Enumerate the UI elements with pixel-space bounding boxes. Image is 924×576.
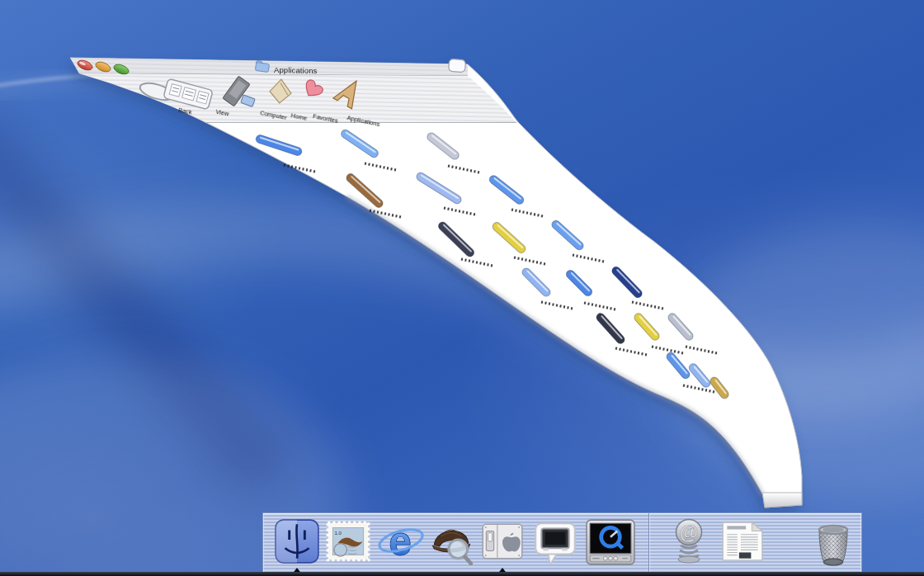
genie-app-icon-sheen — [672, 356, 687, 373]
wallpaper-swirls — [0, 0, 924, 576]
window-toolbar — [79, 73, 516, 122]
computer-icon[interactable] — [223, 76, 250, 106]
genie-icon-label-smudge — [573, 255, 604, 262]
genie-app-icon — [488, 174, 526, 206]
genie-app-icon-sheen — [422, 176, 458, 199]
genie-app-icon — [491, 221, 527, 255]
dock-item-mail[interactable]: 1.0 — [324, 517, 372, 565]
genie-app-icon — [436, 220, 475, 258]
genie-app-icon-sheen — [572, 273, 589, 290]
zoom-button[interactable] — [112, 63, 130, 76]
genie-app-icon-sheen — [351, 177, 380, 202]
window-bottom-cap — [762, 493, 802, 508]
genie-app-icon-sheen — [432, 135, 455, 153]
trash-icon — [808, 521, 859, 570]
toolbar-toggle-button[interactable] — [449, 59, 466, 72]
dock-item-trash[interactable] — [808, 521, 859, 570]
finder-icon — [273, 517, 321, 565]
toolbar-label-favorites: Favorites — [312, 112, 338, 125]
genie-app-icon — [415, 171, 463, 205]
genie-app-icon-sheen — [444, 225, 471, 252]
news-document-icon — [715, 517, 770, 565]
system-preferences-icon — [478, 517, 526, 565]
dock-item-web-link-at[interactable]: @ — [666, 517, 712, 565]
favorites-heart-icon[interactable] — [301, 78, 324, 101]
window-body — [70, 58, 802, 508]
display-balloon-icon — [531, 517, 579, 565]
genie-icon-label-smudge — [584, 303, 615, 309]
view-switcher-icon[interactable] — [163, 78, 213, 110]
applications-a-icon[interactable] — [333, 75, 365, 109]
dock-item-web-link-news[interactable] — [715, 517, 770, 565]
genie-app-icon — [345, 172, 384, 210]
genie-app-icon-sheen — [601, 316, 621, 338]
genie-icon-label-smudge — [365, 163, 396, 170]
dock-item-internet-explorer[interactable]: e — [376, 517, 424, 565]
genie-icon-label-smudge — [541, 302, 573, 309]
close-button[interactable] — [76, 59, 93, 72]
dock-item-sherlock[interactable] — [427, 517, 475, 565]
genie-app-icon — [687, 362, 712, 389]
genie-app-icon — [633, 312, 661, 342]
back-oval-icon[interactable] — [138, 80, 175, 104]
genie-app-icon-sheen — [494, 178, 521, 199]
genie-icon-label-smudge — [284, 165, 315, 172]
dock-divider — [648, 513, 649, 576]
folder-icon — [255, 60, 270, 72]
genie-icon-label-smudge — [615, 348, 647, 355]
dock-item-system-preferences[interactable] — [478, 517, 526, 565]
genie-icon-label-smudge — [461, 259, 493, 266]
genie-app-icon — [667, 312, 695, 342]
genie-app-icon — [550, 219, 585, 252]
genie-app-icon-sheen — [527, 271, 547, 291]
genie-window: Applications — [0, 0, 924, 576]
genie-app-icon-sheen — [617, 270, 639, 292]
genie-app-icon-sheen — [261, 138, 299, 150]
genie-app-icon-sheen — [673, 317, 690, 335]
genie-icon-label-smudge — [652, 347, 683, 353]
internet-explorer-icon: e — [376, 517, 424, 565]
stamp-denomination: 1.0 — [334, 530, 342, 536]
genie-app-icon — [426, 131, 460, 161]
genie-app-icon — [665, 351, 691, 380]
home-icon[interactable] — [268, 78, 295, 105]
toolbar-label-view: View — [215, 108, 230, 118]
at-spring-icon: @ — [666, 517, 712, 565]
dock: 1.0 e — [262, 512, 862, 576]
dock-item-display-balloon[interactable] — [531, 517, 579, 565]
desktop: Applications — [0, 0, 924, 576]
window-title: Applications — [274, 65, 318, 75]
toolbar-label-home: Home — [290, 111, 308, 122]
genie-icon-label-smudge — [686, 347, 717, 353]
genie-app-icon-sheen — [695, 367, 707, 382]
genie-icon-label-smudge — [370, 210, 401, 217]
computer-screen-mini — [241, 95, 256, 107]
toolbar-label-back: Back — [177, 106, 192, 116]
genie-icon-label-smudge — [632, 302, 663, 309]
genie-app-icon — [709, 375, 730, 400]
svg-text:@: @ — [680, 522, 698, 543]
genie-app-icon — [521, 267, 552, 298]
genie-app-icon — [564, 268, 593, 297]
genie-icon-label-smudge — [512, 210, 543, 216]
genie-icon-label-smudge — [683, 385, 714, 392]
genie-app-icon — [595, 312, 626, 346]
genie-app-icon — [340, 128, 380, 158]
sherlock-icon — [427, 517, 475, 565]
dock-item-quicktime[interactable] — [584, 517, 637, 567]
genie-app-icon-sheen — [557, 224, 580, 244]
toolbar-label-applications: Applications — [346, 114, 381, 128]
quicktime-player-icon — [584, 517, 637, 567]
close-button-highlight — [79, 61, 87, 66]
window-titlebar — [70, 58, 468, 76]
dock-item-finder[interactable] — [273, 517, 321, 565]
genie-app-icon-sheen — [497, 225, 522, 248]
toolbar-label-computer: Computer — [259, 109, 288, 121]
genie-app-icon-sheen — [639, 317, 656, 335]
genie-icon-label-smudge — [448, 166, 479, 172]
genie-icon-label-smudge — [514, 257, 545, 264]
screen-bottom-edge — [0, 572, 924, 576]
genie-app-icon-sheen — [346, 133, 375, 152]
minimize-button[interactable] — [94, 60, 111, 73]
genie-icon-label-smudge — [444, 208, 475, 215]
